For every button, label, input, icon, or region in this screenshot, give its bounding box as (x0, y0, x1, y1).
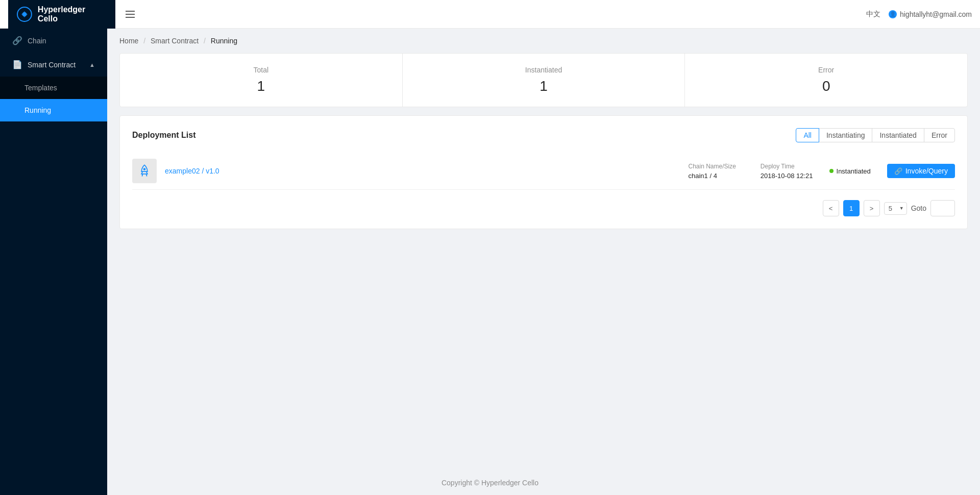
invoke-query-button[interactable]: 🔗 Invoke/Query (887, 164, 955, 178)
file-code-icon: 📄 (12, 60, 22, 69)
deployment-title: Deployment List (132, 131, 195, 140)
page-size-wrapper: 5 10 20 50 (884, 202, 907, 215)
logo-icon (16, 6, 33, 22)
app-name: Hyperledger Cello (38, 5, 107, 23)
main-content: Home / Smart Contract / Running Total 1 … (107, 29, 980, 495)
sidebar-item-running[interactable]: Running (0, 99, 107, 121)
logo-area: Hyperledger Cello (8, 0, 115, 29)
page-size-select[interactable]: 5 10 20 50 (884, 202, 907, 215)
sidebar-smart-contract-label: Smart Contract (28, 61, 76, 69)
deploy-time-label: Deploy Time (761, 163, 813, 170)
breadcrumb-current: Running (211, 37, 237, 45)
rocket-icon (137, 164, 152, 178)
link-icon: 🔗 (12, 36, 22, 45)
status-badge: Instantiated (829, 167, 871, 175)
total-value: 1 (136, 78, 386, 94)
total-label: Total (136, 66, 386, 74)
breadcrumb-home[interactable]: Home (119, 37, 138, 45)
status-label: Instantiated (837, 167, 871, 175)
filter-error-button[interactable]: Error (924, 128, 955, 142)
invoke-icon: 🔗 (894, 167, 902, 175)
filter-buttons: All Instantiating Instantiated Error (796, 128, 955, 142)
deployment-meta: Chain Name/Size chain1 / 4 Deploy Time 2… (688, 163, 813, 180)
stats-cards: Total 1 Instantiated 1 Error 0 (119, 53, 968, 107)
footer-text: Copyright © Hyperledger Cello (442, 479, 538, 487)
contract-icon-box (132, 159, 157, 183)
sidebar-chain-label: Chain (28, 37, 46, 45)
hamburger-button[interactable] (124, 9, 137, 20)
deploy-time-value: 2018-10-08 12:21 (761, 172, 813, 180)
filter-instantiating-button[interactable]: Instantiating (819, 128, 873, 142)
next-page-button[interactable]: > (864, 200, 880, 216)
footer: Copyright © Hyperledger Cello (107, 471, 980, 495)
user-avatar-icon: 👤 (889, 10, 897, 18)
deployment-section: Deployment List All Instantiating Instan… (119, 115, 968, 229)
user-email: hightallyht@gmail.com (900, 10, 972, 18)
contract-name-link[interactable]: example02 / v1.0 (165, 167, 219, 175)
stat-instantiated: Instantiated 1 (403, 54, 685, 107)
filter-all-button[interactable]: All (796, 128, 819, 142)
status-dot-icon (829, 169, 834, 173)
sidebar-item-smart-contract[interactable]: 📄 Smart Contract ▲ (0, 53, 107, 77)
chain-name-size-group: Chain Name/Size chain1 / 4 (688, 163, 736, 180)
breadcrumb-separator-2: / (204, 37, 206, 45)
sidebar-item-templates[interactable]: Templates (0, 77, 107, 99)
goto-label: Goto (911, 204, 926, 212)
instantiated-value: 1 (419, 78, 669, 94)
page-1-button[interactable]: 1 (843, 200, 860, 216)
pagination: < 1 > 5 10 20 50 Goto (132, 200, 955, 216)
breadcrumb-separator-1: / (143, 37, 145, 45)
sidebar: 🔗 Chain 📄 Smart Contract ▲ Templates Run… (0, 29, 107, 495)
user-info[interactable]: 👤 hightallyht@gmail.com (889, 10, 972, 18)
svg-point-1 (22, 12, 27, 16)
breadcrumb: Home / Smart Contract / Running (107, 29, 980, 53)
error-value: 0 (701, 78, 951, 94)
chain-name-size-label: Chain Name/Size (688, 163, 736, 170)
deployment-header: Deployment List All Instantiating Instan… (132, 128, 955, 142)
table-row: example02 / v1.0 Chain Name/Size chain1 … (132, 153, 955, 190)
svg-point-2 (143, 168, 146, 170)
breadcrumb-smart-contract[interactable]: Smart Contract (151, 37, 199, 45)
deploy-time-group: Deploy Time 2018-10-08 12:21 (761, 163, 813, 180)
instantiated-label: Instantiated (419, 66, 669, 74)
stat-total: Total 1 (120, 54, 403, 107)
goto-input[interactable] (930, 200, 955, 216)
sidebar-item-chain[interactable]: 🔗 Chain (0, 29, 107, 53)
error-label: Error (701, 66, 951, 74)
prev-page-button[interactable]: < (823, 200, 839, 216)
lang-switch[interactable]: 中文 (866, 10, 880, 19)
filter-instantiated-button[interactable]: Instantiated (872, 128, 924, 142)
sidebar-templates-label: Templates (24, 84, 57, 92)
sidebar-sub-menu: Templates Running (0, 77, 107, 121)
contract-name: example02 / v1.0 (165, 167, 688, 175)
stat-error: Error 0 (685, 54, 967, 107)
sidebar-running-label: Running (24, 106, 51, 114)
invoke-btn-label: Invoke/Query (905, 167, 948, 175)
chain-name-size-value: chain1 / 4 (688, 172, 736, 180)
chevron-up-icon: ▲ (89, 62, 95, 68)
